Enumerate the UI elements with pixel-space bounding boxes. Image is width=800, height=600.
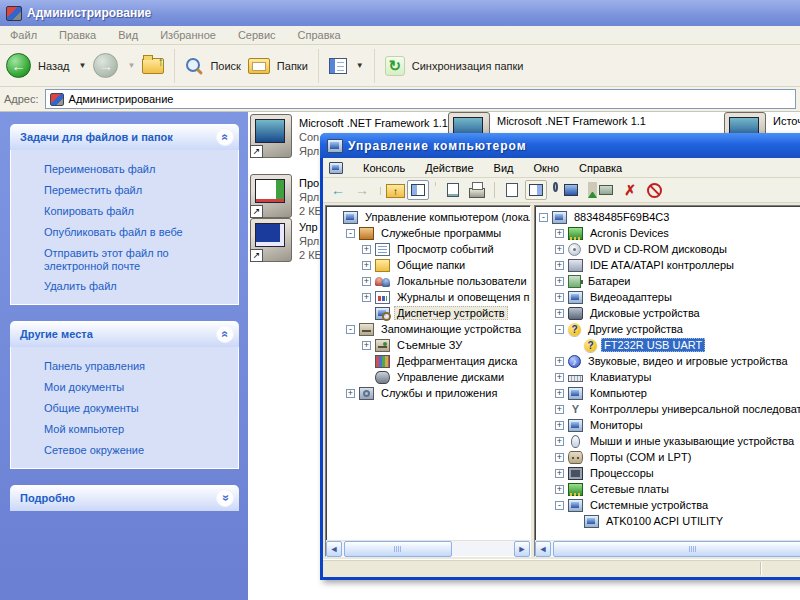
tree-row[interactable]: Диспетчер устройств bbox=[328, 305, 530, 321]
tree-row[interactable]: Управление дисками bbox=[328, 369, 530, 385]
expand-toggle-icon[interactable]: + bbox=[555, 405, 564, 414]
tree-row[interactable]: + Порты (COM и LPT) bbox=[537, 449, 800, 465]
expand-toggle-icon[interactable]: - bbox=[346, 229, 355, 238]
folders-icon[interactable] bbox=[248, 58, 270, 74]
console-window-icon[interactable] bbox=[329, 162, 343, 174]
expand-toggle-icon[interactable]: - bbox=[539, 213, 548, 222]
expand-toggle-icon[interactable]: + bbox=[555, 261, 564, 270]
task-link[interactable]: Копировать файл bbox=[21, 205, 230, 219]
search-icon[interactable] bbox=[185, 57, 203, 75]
menu-item[interactable]: Действие bbox=[425, 162, 473, 174]
place-link[interactable]: Общие документы bbox=[21, 402, 230, 416]
tree-row[interactable]: + Мыши и иные указывающие устройства bbox=[537, 433, 800, 449]
up-folder-icon[interactable] bbox=[386, 184, 405, 198]
task-link[interactable]: Переименовать файл bbox=[21, 163, 230, 177]
tree-row[interactable]: + Общие папки bbox=[328, 257, 530, 273]
expand-toggle-icon[interactable]: + bbox=[555, 469, 564, 478]
place-link[interactable]: Сетевое окружение bbox=[21, 444, 230, 458]
menu-item[interactable]: Избранное bbox=[160, 29, 216, 41]
expand-toggle-icon[interactable]: - bbox=[555, 501, 564, 510]
tree-row[interactable]: + IDE ATA/ATAPI контроллеры bbox=[537, 257, 800, 273]
tree-row[interactable]: FT232R USB UART bbox=[537, 337, 800, 353]
tree-row[interactable]: + Процессоры bbox=[537, 465, 800, 481]
scroll-left-icon[interactable]: ◄ bbox=[535, 541, 551, 557]
chevron-up-icon[interactable]: « bbox=[216, 128, 234, 146]
help-icon[interactable] bbox=[501, 180, 523, 200]
uninstall-device-icon[interactable] bbox=[619, 180, 641, 200]
expand-toggle-icon[interactable]: + bbox=[362, 245, 371, 254]
scroll-left-icon[interactable]: ◄ bbox=[326, 541, 342, 557]
title-bar[interactable]: Управление компьютером bbox=[320, 133, 800, 158]
properties-icon[interactable] bbox=[442, 180, 464, 200]
file-tile[interactable]: Про Ярл 2 КБ bbox=[250, 174, 322, 218]
forward-icon[interactable] bbox=[351, 180, 373, 200]
expand-toggle-icon[interactable]: + bbox=[362, 261, 371, 270]
forward-dropdown-icon[interactable]: ▼ bbox=[127, 61, 135, 70]
expand-toggle-icon[interactable]: + bbox=[555, 373, 564, 382]
tree-row[interactable]: - 88348485F69B4C3 bbox=[537, 209, 800, 225]
menu-item[interactable]: Правка bbox=[59, 29, 96, 41]
up-button-icon[interactable] bbox=[142, 58, 164, 74]
tree-row[interactable]: + Acronis Devices bbox=[537, 225, 800, 241]
scroll-right-icon[interactable]: ► bbox=[514, 541, 530, 557]
expand-toggle-icon[interactable]: - bbox=[346, 325, 355, 334]
expand-toggle-icon[interactable]: + bbox=[362, 277, 371, 286]
expand-toggle-icon[interactable]: + bbox=[555, 293, 564, 302]
expand-toggle-icon[interactable]: + bbox=[555, 309, 564, 318]
disable-device-icon[interactable] bbox=[643, 180, 665, 200]
panel-header-details[interactable]: Подробно « bbox=[10, 485, 239, 511]
tree-row[interactable]: + Батареи bbox=[537, 273, 800, 289]
scrollbar-thumb[interactable] bbox=[553, 541, 800, 557]
views-icon[interactable] bbox=[329, 58, 347, 74]
tree-row[interactable]: Дефрагментация диска bbox=[328, 353, 530, 369]
sync-folder-icon[interactable]: ↻ bbox=[385, 56, 405, 76]
menu-item[interactable]: Вид bbox=[494, 162, 514, 174]
tree-row[interactable]: + Контроллеры универсальной последовате bbox=[537, 401, 800, 417]
expand-toggle-icon[interactable]: + bbox=[362, 341, 371, 350]
tree-row[interactable]: + Локальные пользователи bbox=[328, 273, 530, 289]
back-button-icon[interactable]: ← bbox=[6, 53, 31, 78]
search-button[interactable]: Поиск bbox=[210, 60, 240, 72]
tree-row[interactable]: - Запоминающие устройства bbox=[328, 321, 530, 337]
expand-toggle-icon[interactable]: + bbox=[555, 229, 564, 238]
chevron-down-icon[interactable]: « bbox=[216, 489, 234, 507]
tree-row[interactable]: + Журналы и оповещения пр bbox=[328, 289, 530, 305]
views-dropdown-icon[interactable]: ▼ bbox=[356, 61, 364, 70]
tree-row[interactable]: + Службы и приложения bbox=[328, 385, 530, 401]
place-link[interactable]: Панель управления bbox=[21, 360, 230, 374]
expand-toggle-icon[interactable]: + bbox=[555, 485, 564, 494]
task-link[interactable]: Опубликовать файл в вебе bbox=[21, 226, 230, 240]
expand-toggle-icon[interactable]: + bbox=[362, 293, 371, 302]
forward-button-icon[interactable]: → bbox=[93, 53, 118, 78]
tree-row[interactable]: - Другие устройства bbox=[537, 321, 800, 337]
back-button[interactable]: Назад bbox=[38, 60, 70, 72]
tree-row[interactable]: + Мониторы bbox=[537, 417, 800, 433]
title-bar[interactable]: Администрирование bbox=[0, 0, 800, 26]
menu-item[interactable]: Справка bbox=[298, 29, 341, 41]
sync-folder-button[interactable]: Синхронизация папки bbox=[412, 60, 524, 72]
task-link[interactable]: Переместить файл bbox=[21, 184, 230, 198]
place-link[interactable]: Мои документы bbox=[21, 381, 230, 395]
expand-toggle-icon[interactable]: + bbox=[555, 389, 564, 398]
expand-toggle-icon[interactable]: + bbox=[555, 277, 564, 286]
expand-toggle-icon[interactable]: + bbox=[346, 389, 355, 398]
expand-toggle-icon[interactable]: + bbox=[555, 245, 564, 254]
show-pane-icon[interactable] bbox=[525, 180, 547, 200]
menu-item[interactable]: Справка bbox=[579, 162, 622, 174]
chevron-up-icon[interactable]: « bbox=[216, 325, 234, 343]
expand-toggle-icon[interactable]: + bbox=[555, 437, 564, 446]
back-icon[interactable] bbox=[327, 180, 349, 200]
expand-toggle-icon[interactable]: + bbox=[555, 357, 564, 366]
menu-item[interactable]: Вид bbox=[118, 29, 138, 41]
expand-toggle-icon[interactable]: + bbox=[555, 453, 564, 462]
print-icon[interactable] bbox=[466, 180, 488, 200]
show-console-tree-icon[interactable] bbox=[407, 180, 429, 200]
panel-header-other-places[interactable]: Другие места « bbox=[10, 321, 239, 347]
tree-row[interactable]: + Сетевые платы bbox=[537, 481, 800, 497]
tree-row[interactable]: - Системные устройства bbox=[537, 497, 800, 513]
folders-button[interactable]: Папки bbox=[277, 60, 308, 72]
address-input[interactable]: Администрирование bbox=[45, 89, 796, 109]
tree-row[interactable]: + Видеоадаптеры bbox=[537, 289, 800, 305]
tree-row[interactable]: + Компьютер bbox=[537, 385, 800, 401]
scrollbar-thumb[interactable] bbox=[344, 541, 452, 557]
